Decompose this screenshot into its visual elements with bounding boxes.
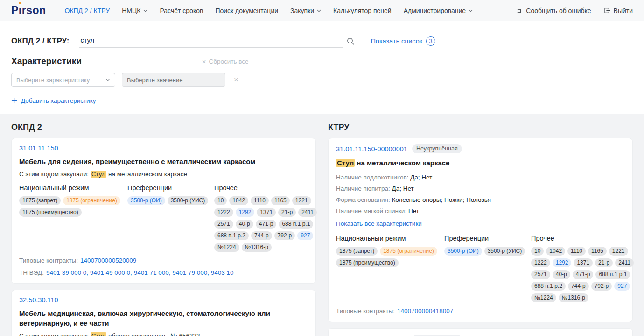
nav-item-nmck[interactable]: НМЦК bbox=[122, 7, 147, 14]
ktru-card: 31.01.11.150-00000002 Неукрупнённая Стул… bbox=[328, 328, 633, 336]
tag-pill: 688 п.1 р.1 bbox=[595, 270, 630, 279]
tag-pill: 21-р bbox=[595, 258, 613, 267]
tag-pill: 471-р bbox=[573, 270, 594, 279]
characteristic-select[interactable]: Выберите характеристику bbox=[11, 73, 115, 87]
tag-pill: 744-р bbox=[568, 282, 589, 291]
characteristics-title: Характеристики bbox=[11, 56, 82, 66]
characteristic-list: Наличие подлокотников: Да; НетНаличие пю… bbox=[336, 174, 625, 214]
logo-text: ı bbox=[19, 4, 22, 16]
tag-pill: 3500-р (УИС) bbox=[484, 247, 525, 256]
app-logo[interactable]: Pırson bbox=[11, 5, 46, 16]
okpd-card-title: Мебель медицинская, включая хирургическу… bbox=[19, 308, 308, 328]
report-error-button[interactable]: Сообщить об ошибке bbox=[516, 7, 591, 14]
okpd-column: ОКПД 2 31.01.11.150 Мебель для сидения, … bbox=[11, 122, 316, 336]
code-reference-link[interactable]: 1400700000520009 bbox=[80, 257, 136, 264]
tag-pill: 1222 bbox=[214, 208, 233, 217]
chevron-down-icon bbox=[469, 9, 473, 12]
characteristic-row: Наличие мягкой спинки: Нет bbox=[336, 207, 625, 214]
nav-item-penalty-calc[interactable]: Калькулятор пеней bbox=[333, 7, 392, 14]
ktru-column-title: КТРУ bbox=[328, 122, 633, 132]
nav-item-doc-search[interactable]: Поиск документации bbox=[215, 7, 278, 14]
tag-pill: 927 bbox=[614, 282, 630, 291]
main-nav: ОКПД 2 / КТРУ НМЦК Расчёт сроков Поиск д… bbox=[65, 7, 473, 14]
show-list-link[interactable]: Показать список 3 bbox=[371, 36, 435, 46]
code-reference-link[interactable]: 9401 39 000 0 bbox=[46, 269, 86, 276]
tag-pill: 792-р bbox=[274, 231, 295, 240]
code-reference-link[interactable]: 9401 71 000 bbox=[134, 269, 169, 276]
show-all-characteristics-link[interactable]: Показать все характеристики bbox=[336, 220, 422, 227]
code-reference-link[interactable]: 1400700000418007 bbox=[397, 307, 453, 315]
ktru-column: КТРУ 31.01.11.150-00000001 Неукрупнённая… bbox=[328, 122, 633, 336]
search-input[interactable] bbox=[79, 35, 343, 48]
reset-all-button[interactable]: × Сбросить все bbox=[202, 58, 249, 65]
plus-icon bbox=[11, 98, 17, 104]
characteristics-filter: Характеристики × Сбросить все Выберите х… bbox=[0, 48, 644, 104]
okpd-card: 32.50.30.110 Мебель медицинская, включая… bbox=[11, 290, 316, 336]
nav-item-deadline-calc[interactable]: Расчёт сроков bbox=[160, 7, 203, 14]
tag-pill: 927 bbox=[297, 231, 313, 240]
nav-item-administration[interactable]: Администрирование bbox=[404, 7, 473, 14]
status-badge: Неукрупнённая bbox=[412, 144, 462, 153]
code-reference-link[interactable]: 9401 49 000 0 bbox=[90, 269, 130, 276]
chevron-down-icon bbox=[317, 9, 321, 12]
logout-button[interactable]: Выйти bbox=[603, 7, 633, 14]
clear-row-button[interactable]: × bbox=[234, 75, 238, 85]
tag-pill: 2571 bbox=[531, 270, 550, 279]
tag-pill: 2411 bbox=[615, 258, 634, 267]
ktru-code-link[interactable]: 31.01.11.150-00000001 bbox=[336, 145, 407, 153]
ktru-card-title: Стул на металлическом каркасе bbox=[336, 158, 625, 168]
result-count-badge: 3 bbox=[426, 36, 435, 46]
add-characteristic-button[interactable]: Добавить характеристику bbox=[11, 97, 633, 104]
tag-pill: №1224 bbox=[531, 293, 556, 302]
tag-pill: 40-р bbox=[236, 220, 253, 229]
characteristic-row: Наличие подлокотников: Да; Нет bbox=[336, 174, 625, 181]
tag-pill: 10 bbox=[214, 196, 227, 205]
search-label: ОКПД 2 / КТРУ: bbox=[11, 36, 69, 46]
tag-pill: 688 п.1 р.2 bbox=[531, 282, 566, 291]
x-icon: × bbox=[202, 58, 206, 65]
tag-pill: 1221 bbox=[292, 196, 311, 205]
tag-pill: 1292 bbox=[553, 258, 572, 267]
tag-pill: 471-р bbox=[256, 220, 277, 229]
tag-pill: 1110 bbox=[567, 247, 586, 256]
tag-pill: 688 п.1 р.2 bbox=[214, 231, 249, 240]
tag-pill: 1371 bbox=[574, 258, 593, 267]
nav-item-purchases[interactable]: Закупки bbox=[290, 7, 321, 14]
characteristic-row: Наличие пюпитра: Да; Нет bbox=[336, 185, 625, 192]
tag-pill: 3500-р (ОИ) bbox=[127, 196, 165, 205]
search-term-highlight: Стул bbox=[91, 171, 106, 178]
tag-pill: 10 bbox=[531, 247, 544, 256]
preferences-group: Преференции 3500-р (ОИ)3500-р (УИС) bbox=[127, 184, 214, 252]
chevron-down-icon bbox=[105, 79, 110, 81]
okpd-column-title: ОКПД 2 bbox=[11, 122, 316, 132]
chevron-down-icon bbox=[143, 9, 147, 12]
other-group: Прочее 10104211101165122112221292137121-… bbox=[214, 184, 323, 252]
code-reference-link[interactable]: 9401 79 000 bbox=[172, 269, 207, 276]
national-regime-group: Национальный режим 1875 (запрет)1875 (ог… bbox=[336, 235, 444, 302]
search-term-highlight: Стул bbox=[336, 159, 355, 167]
characteristic-row: Форма основания: Колесные опоры; Ножки; … bbox=[336, 196, 625, 203]
nav-item-okpd-ktru[interactable]: ОКПД 2 / КТРУ bbox=[65, 7, 110, 14]
okpd-code-link[interactable]: 31.01.11.150 bbox=[19, 144, 58, 152]
tag-pill: 792-р bbox=[591, 282, 612, 291]
code-reference-link[interactable]: 9403 10 bbox=[211, 269, 234, 276]
search-section: ОКПД 2 / КТРУ: Показать список 3 bbox=[0, 21, 644, 48]
typical-contracts-line: Типовые контракты:1400700000520009 bbox=[19, 257, 308, 264]
tag-pill: 1042 bbox=[229, 196, 248, 205]
tag-pill: 688 п.1 р.1 bbox=[279, 220, 313, 229]
tag-pill: 1875 (запрет) bbox=[336, 247, 378, 256]
tag-pill: 1875 (ограничение) bbox=[63, 196, 120, 205]
value-select[interactable] bbox=[122, 73, 225, 87]
logo-text: rson bbox=[22, 5, 46, 16]
tag-pill: 1875 (преимущество) bbox=[19, 208, 82, 217]
results-section: ОКПД 2 31.01.11.150 Мебель для сидения, … bbox=[0, 114, 644, 336]
logo-text: P bbox=[11, 5, 19, 16]
search-icon[interactable] bbox=[347, 37, 355, 45]
tag-pill: 21-р bbox=[278, 208, 296, 217]
okpd-code-link[interactable]: 32.50.30.110 bbox=[19, 296, 58, 304]
national-regime-group: Национальный режим 1875 (запрет)1875 (ог… bbox=[19, 184, 127, 252]
purchased-with-code-line: С этим кодом закупали: Стул общего назна… bbox=[19, 332, 308, 336]
tag-pill: 1042 bbox=[546, 247, 565, 256]
tag-pill: №1316-р bbox=[559, 293, 588, 302]
tag-pill: 1875 (ограничение) bbox=[380, 247, 437, 256]
